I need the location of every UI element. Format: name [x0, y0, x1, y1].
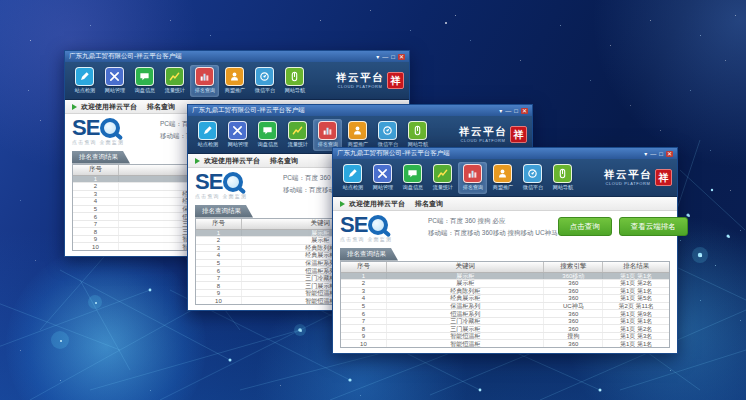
tab-rank-results[interactable]: 排名查询结果 [340, 248, 398, 261]
brand-text: 祥云平台 CLOUD PLATFORM [459, 126, 507, 142]
toolbar-item-inquiry-info[interactable]: 询盘信息 [253, 119, 282, 151]
cell-no: 5 [341, 303, 387, 310]
skin-button[interactable]: ▾ [499, 108, 502, 114]
toolbar-item-site-nav[interactable]: 网站导航 [280, 65, 309, 97]
minimize-button[interactable]: — [650, 151, 656, 157]
toolbar-item-traffic-stats[interactable]: 流量统计 [283, 119, 312, 151]
traffic-stats-icon [288, 121, 307, 140]
toolbar-item-traffic-stats[interactable]: 流量统计 [160, 65, 189, 97]
toolbar-item-site-nav[interactable]: 网站导航 [403, 119, 432, 151]
cell-rank: 第1页 第2名 [603, 280, 669, 287]
toolbar-item-rank-query[interactable]: 排名查询 [313, 119, 342, 151]
welcome-text: 欢迎使用祥云平台 [349, 200, 405, 207]
main-toolbar: 站点检测网站管理询盘信息流量统计排名查询商盟推广微信平台网站导航 祥云平台 CL… [65, 62, 409, 100]
toolbar-item-site-manage[interactable]: 网站管理 [368, 162, 397, 194]
cell-kw: 智能恒温柜 [387, 333, 544, 340]
toolbar-item-site-check[interactable]: 站点检测 [193, 119, 222, 151]
toolbar-item-rank-query[interactable]: 排名查询 [190, 65, 219, 97]
cell-rank: 第1页 第1名 [603, 340, 669, 347]
seo-logo-mark: SE [195, 172, 281, 192]
table-row[interactable]: 9智能恒温柜搜狗第1页 第3名 [341, 333, 669, 341]
alliance-promo-icon [493, 164, 512, 183]
toolbar-item-inquiry-info[interactable]: 询盘信息 [130, 65, 159, 97]
toolbar-items: 站点检测网站管理询盘信息流量统计排名查询商盟推广微信平台网站导航 [338, 162, 600, 194]
minimize-button[interactable]: — [382, 54, 388, 60]
cell-rank: 第1页 第5名 [603, 295, 669, 302]
table-row[interactable]: 10智能恒温柜360第1页 第1名 [341, 340, 669, 347]
toolbar-item-label: 排名查询 [462, 184, 482, 192]
wechat-platform-icon [378, 121, 397, 140]
maximize-button[interactable]: □ [514, 108, 518, 114]
tab-rank-results[interactable]: 排名查询结果 [72, 151, 130, 164]
brand-text: 祥云平台 CLOUD PLATFORM [336, 72, 384, 88]
traffic-stats-icon [433, 164, 452, 183]
toolbar-item-wechat-platform[interactable]: 微信平台 [518, 162, 547, 194]
window-titlebar[interactable]: 广东九鼎工贸有限公司-祥云平台客户端 ▾ — □ ✕ [333, 148, 677, 159]
cell-no: 6 [341, 310, 387, 317]
skin-button[interactable]: ▾ [644, 151, 647, 157]
inquiry-info-icon [135, 67, 154, 86]
toolbar-item-alliance-promo[interactable]: 商盟推广 [343, 119, 372, 151]
toolbar-item-label: 商盟推广 [492, 184, 512, 192]
table-row[interactable]: 4经典展示柜360第1页 第5名 [341, 295, 669, 303]
skin-button[interactable]: ▾ [376, 54, 379, 60]
cell-no: 6 [73, 213, 119, 220]
toolbar-item-traffic-stats[interactable]: 流量统计 [428, 162, 457, 194]
cell-no: 2 [73, 183, 119, 190]
magnifier-icon [368, 215, 388, 235]
toolbar-item-site-nav[interactable]: 网站导航 [548, 162, 577, 194]
cell-no: 3 [341, 288, 387, 295]
close-button[interactable]: ✕ [521, 108, 528, 114]
toolbar-item-rank-query[interactable]: 排名查询 [458, 162, 487, 194]
query-button[interactable]: 点击查询 [558, 217, 612, 236]
cell-engine: 360 [544, 280, 603, 287]
seo-logo: SE 点击查询 全面监测 [195, 172, 281, 199]
section-title: 排名查询 [270, 157, 298, 164]
cell-kw: 经典陈列柜 [387, 288, 544, 295]
table-row[interactable]: 3经典陈列柜360第1页 第1名 [341, 288, 669, 296]
alliance-promo-icon [225, 67, 244, 86]
table-row[interactable]: 7三门冷藏柜360第1页 第1名 [341, 318, 669, 326]
toolbar-item-site-manage[interactable]: 网站管理 [100, 65, 129, 97]
pc-engines-line: PC端：百度 360 搜狗 必应 [428, 215, 558, 227]
minimize-button[interactable]: — [505, 108, 511, 114]
toolbar-item-label: 流量统计 [432, 184, 452, 192]
rank-table: 序号关键词搜索引擎排名结果 1展示柜360移动第1页 第1名2展示柜360第1页… [340, 261, 670, 349]
toolbar-item-wechat-platform[interactable]: 微信平台 [250, 65, 279, 97]
tab-rank-results[interactable]: 排名查询结果 [195, 205, 253, 218]
section-title: 排名查询 [147, 103, 175, 110]
cloud-rank-button[interactable]: 查看云端排名 [619, 217, 688, 236]
table-row[interactable]: 2展示柜360第1页 第2名 [341, 280, 669, 288]
toolbar-item-wechat-platform[interactable]: 微信平台 [373, 119, 402, 151]
toolbar-item-site-check[interactable]: 站点检测 [338, 162, 367, 194]
cell-no: 8 [341, 325, 387, 332]
cell-no: 3 [196, 245, 242, 252]
table-row[interactable]: 8三门展示柜360第1页 第2名 [341, 325, 669, 333]
cell-kw: 保温柜系列 [387, 303, 544, 310]
toolbar-item-alliance-promo[interactable]: 商盟推广 [220, 65, 249, 97]
close-button[interactable]: ✕ [398, 54, 405, 60]
brand-subtitle: CLOUD PLATFORM [336, 84, 384, 89]
table-row[interactable]: 1展示柜360移动第1页 第1名 [341, 273, 669, 281]
toolbar-item-site-manage[interactable]: 网站管理 [223, 119, 252, 151]
window-controls: ▾ — □ ✕ [376, 54, 405, 60]
brand-subtitle: CLOUD PLATFORM [604, 181, 652, 186]
cell-kw: 三门展示柜 [387, 325, 544, 332]
toolbar-item-site-check[interactable]: 站点检测 [70, 65, 99, 97]
table-row[interactable]: 6恒温柜系列360第1页 第9名 [341, 310, 669, 318]
seo-tagline: 点击查询 全面监测 [340, 236, 426, 242]
table-body: 1展示柜360移动第1页 第1名2展示柜360第1页 第2名3经典陈列柜360第… [341, 273, 669, 348]
maximize-button[interactable]: □ [391, 54, 395, 60]
window-titlebar[interactable]: 广东九鼎工贸有限公司-祥云平台客户端 ▾ — □ ✕ [188, 105, 532, 116]
toolbar-item-label: 网站管理 [372, 184, 392, 192]
toolbar-item-alliance-promo[interactable]: 商盟推广 [488, 162, 517, 194]
toolbar-item-label: 站点检测 [342, 184, 362, 192]
window-titlebar[interactable]: 广东九鼎工贸有限公司-祥云平台客户端 ▾ — □ ✕ [65, 51, 409, 62]
window-title: 广东九鼎工贸有限公司-祥云平台客户端 [337, 150, 644, 157]
toolbar-item-label: 网站管理 [104, 87, 124, 95]
maximize-button[interactable]: □ [659, 151, 663, 157]
close-button[interactable]: ✕ [666, 151, 673, 157]
table-row[interactable]: 5保温柜系列UC神马第2页 第11名 [341, 303, 669, 311]
cell-no: 9 [73, 236, 119, 243]
toolbar-item-inquiry-info[interactable]: 询盘信息 [398, 162, 427, 194]
